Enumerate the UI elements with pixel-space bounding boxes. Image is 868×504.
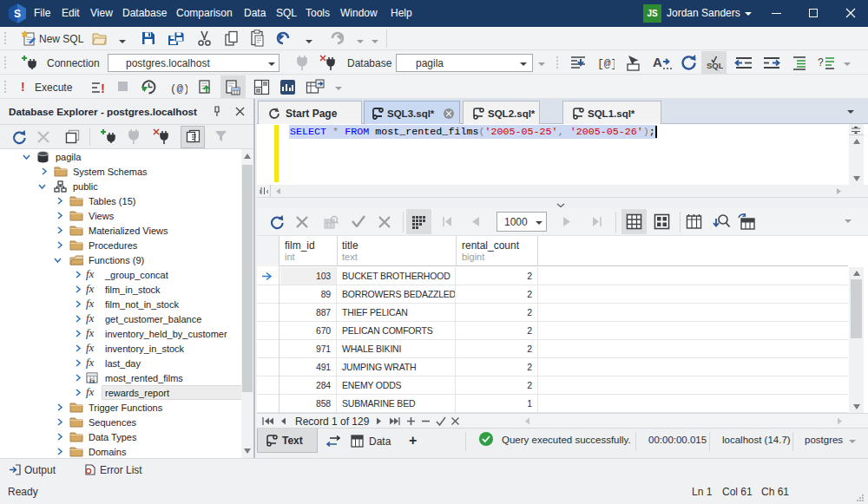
svg-text:!: ! bbox=[101, 81, 105, 95]
svg-text:?: ? bbox=[818, 56, 824, 69]
svg-text:A: A bbox=[653, 55, 662, 69]
svg-text:SQL: SQL bbox=[707, 61, 723, 70]
svg-text:[@]: [@] bbox=[597, 57, 615, 70]
svg-text:fx: fx bbox=[89, 376, 95, 384]
svg-text:(@): (@) bbox=[170, 83, 187, 95]
